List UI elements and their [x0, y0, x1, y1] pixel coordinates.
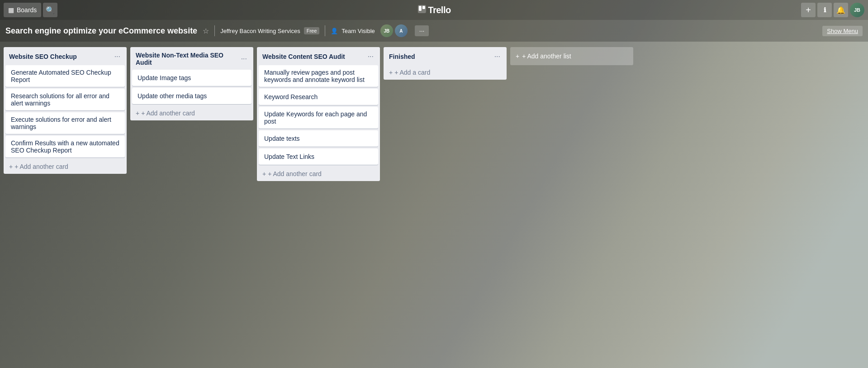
list-menu-button-1[interactable]: ···: [112, 52, 123, 62]
list-website-seo-checkup: Website SEO Checkup ··· Generate Automat…: [4, 47, 127, 174]
info-icon: ℹ: [824, 6, 826, 14]
add-list-icon: +: [516, 53, 519, 60]
notifications-button[interactable]: 🔔: [834, 3, 848, 17]
visibility-label: Team Visible: [342, 28, 375, 34]
board-more-button[interactable]: ···: [415, 25, 429, 36]
bell-icon: 🔔: [836, 6, 845, 14]
list-header-2: Website Non-Text Media SEO Audit ···: [130, 47, 253, 70]
list-title-2: Website Non-Text Media SEO Audit: [136, 52, 238, 66]
search-button[interactable]: 🔍: [43, 3, 57, 17]
card-3-2[interactable]: Keyword Research: [259, 89, 378, 105]
workspace-name: Jeffrey Bacon Writing Services: [220, 28, 300, 34]
add-card-button-2[interactable]: + + Add another card: [130, 106, 253, 120]
add-card-icon-4: +: [389, 69, 393, 76]
list-menu-button-2[interactable]: ···: [238, 54, 250, 64]
card-1-2[interactable]: Research solutions for all error and ale…: [5, 89, 125, 110]
list-website-non-text-media: Website Non-Text Media SEO Audit ··· Upd…: [130, 47, 253, 120]
card-3-4[interactable]: Update texts: [259, 130, 378, 147]
boards-label: Boards: [17, 6, 37, 14]
card-3-3[interactable]: Update Keywords for each page and post: [259, 107, 378, 129]
add-card-button-1[interactable]: + + Add another card: [4, 159, 127, 174]
card-2-2[interactable]: Update other media tags: [132, 88, 251, 104]
show-menu-button[interactable]: Show Menu: [822, 26, 863, 36]
boards-icon: ▦: [8, 6, 14, 14]
list-header-4: Finished ···: [384, 47, 507, 65]
navbar-left: ▦ Boards 🔍: [4, 3, 57, 17]
list-title-1: Website SEO Checkup: [9, 53, 77, 60]
list-website-content-seo: Website Content SEO Audit ··· Manually r…: [257, 47, 380, 181]
list-finished: Finished ··· + + Add a card: [384, 47, 507, 80]
board-member-avatars: JB A: [380, 24, 408, 37]
search-icon: 🔍: [46, 6, 55, 14]
user-avatar[interactable]: JB: [850, 3, 864, 17]
trello-logo: Trello: [417, 5, 451, 16]
star-icon[interactable]: ☆: [203, 27, 209, 35]
info-button[interactable]: ℹ: [817, 3, 832, 17]
trello-logo-icon: [417, 5, 426, 16]
add-card-icon-3: +: [262, 170, 266, 177]
list-cards-1: Generate Automated SEO Checkup Report Re…: [4, 65, 127, 159]
list-menu-button-4[interactable]: ···: [492, 52, 503, 62]
card-1-4[interactable]: Confirm Results with a new automated SEO…: [5, 136, 125, 158]
card-1-1[interactable]: Generate Automated SEO Checkup Report: [5, 65, 125, 87]
member-avatar-2[interactable]: A: [395, 24, 408, 37]
navbar-center: Trello: [417, 5, 451, 16]
show-menu-label: Show Menu: [827, 28, 858, 34]
add-list-label: + Add another list: [522, 53, 571, 60]
workspace-tier: Free: [304, 27, 320, 34]
board-workspace: Jeffrey Bacon Writing Services Free: [220, 27, 319, 34]
list-header-3: Website Content SEO Audit ···: [257, 47, 380, 65]
navbar-right: + ℹ 🔔 JB: [801, 3, 864, 17]
list-cards-2: Update Image tags Update other media tag…: [130, 70, 253, 106]
list-menu-button-3[interactable]: ···: [365, 52, 376, 62]
card-2-1[interactable]: Update Image tags: [132, 70, 251, 86]
board-content: Website SEO Checkup ··· Generate Automat…: [0, 42, 868, 368]
list-header-1: Website SEO Checkup ···: [4, 47, 127, 65]
add-list-button[interactable]: + + Add another list: [510, 47, 633, 65]
board-visibility: 👤 Team Visible: [331, 28, 375, 34]
add-card-icon-2: +: [136, 110, 139, 117]
board-header: Search engine optimize your eCommerce we…: [0, 20, 868, 42]
add-button[interactable]: +: [801, 3, 816, 17]
svg-rect-1: [418, 6, 421, 11]
list-title-4: Finished: [389, 53, 415, 60]
board-title: Search engine optimize your eCommerce we…: [5, 26, 197, 36]
trello-wordmark: Trello: [428, 5, 451, 15]
svg-rect-2: [422, 6, 425, 9]
member-avatar-1[interactable]: JB: [380, 24, 393, 37]
card-3-5[interactable]: Update Text Links: [259, 148, 378, 165]
list-title-3: Website Content SEO Audit: [262, 53, 345, 60]
header-divider: [214, 25, 215, 36]
navbar: ▦ Boards 🔍 Trello + ℹ 🔔: [0, 0, 868, 20]
card-1-3[interactable]: Execute solutions for error and alert wa…: [5, 112, 125, 134]
header-divider-2: [325, 25, 325, 36]
add-icon: +: [806, 5, 811, 15]
add-card-button-4[interactable]: + + Add a card: [384, 65, 507, 80]
card-3-1[interactable]: Manually review pages and post keywords …: [259, 65, 378, 87]
add-card-icon-1: +: [9, 163, 13, 170]
add-card-button-3[interactable]: + + Add another card: [257, 167, 380, 181]
people-icon: 👤: [331, 28, 338, 34]
list-cards-3: Manually review pages and post keywords …: [257, 65, 380, 167]
boards-button[interactable]: ▦ Boards: [4, 3, 41, 17]
